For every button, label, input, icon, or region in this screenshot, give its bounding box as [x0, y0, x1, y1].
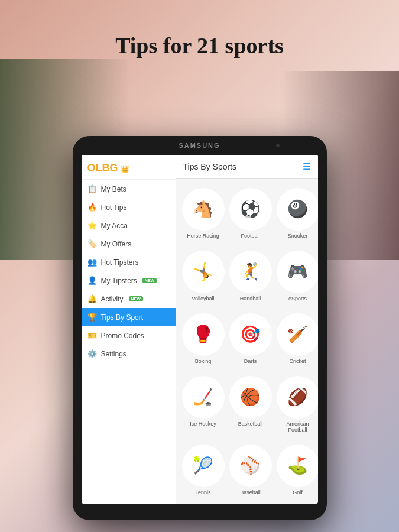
darts-emoji: 🎯	[240, 326, 261, 343]
sidebar-item-hot-tips[interactable]: 🔥Hot Tips	[82, 198, 176, 216]
main-content: Tips By Sports ☰ 🐴Horse Racing⚽Football🎱…	[176, 155, 318, 504]
sidebar-item-my-tipsters[interactable]: 👤My TipstersNEW	[82, 271, 176, 290]
activity-icon: 🔔	[87, 294, 97, 303]
sport-icon-ice-hockey: 🏒	[182, 376, 225, 419]
sport-icon-tennis: 🎾	[182, 445, 225, 487]
camera-dot	[276, 144, 280, 147]
basketball-label: Basketball	[238, 421, 263, 427]
sport-icon-esports: 🎮	[277, 251, 318, 293]
settings-icon: ⚙️	[87, 349, 97, 358]
sidebar-item-my-bets[interactable]: 📋My Bets	[82, 180, 176, 198]
sport-icon-horse-racing: 🐴	[182, 188, 225, 231]
baseball-label: Baseball	[240, 489, 261, 495]
hot-tipsters-icon: 👥	[87, 258, 97, 267]
darts-label: Darts	[244, 358, 257, 364]
sport-cell-tennis[interactable]: 🎾Tennis	[182, 441, 225, 499]
american-football-label: American Football	[277, 421, 318, 433]
sidebar-item-my-acca[interactable]: ⭐My Acca	[82, 216, 176, 235]
sidebar-item-label-my-tipsters: My Tipsters	[101, 277, 137, 285]
sport-icon-darts: 🎯	[229, 313, 272, 356]
volleyball-emoji: 🤸	[193, 264, 213, 280]
sidebar-item-label-hot-tipsters: Hot Tipsters	[101, 258, 139, 267]
esports-label: eSports	[288, 296, 307, 301]
sport-cell-volleyball[interactable]: 🤸Volleyball	[182, 247, 225, 305]
badge-my-tipsters: NEW	[142, 278, 157, 283]
my-bets-icon: 📋	[87, 184, 97, 193]
promo-codes-icon: 🎫	[87, 331, 97, 340]
sidebar-item-activity[interactable]: 🔔ActivityNEW	[82, 290, 176, 308]
sport-cell-horse-racing[interactable]: 🐴Horse Racing	[182, 184, 225, 242]
top-bar: Tips By Sports ☰	[176, 155, 318, 179]
sport-icon-football: ⚽	[229, 188, 272, 231]
sport-icon-snooker: 🎱	[277, 188, 318, 231]
main-header-title: Tips By Sports	[183, 162, 237, 171]
sidebar-item-tips-by-sport[interactable]: 🏆Tips By Sport	[82, 308, 176, 326]
baseball-emoji: ⚾	[240, 458, 261, 474]
golf-label: Golf	[293, 489, 303, 495]
sport-cell-handball[interactable]: 🤾Handball	[229, 247, 272, 305]
sport-icon-baseball: ⚾	[229, 445, 272, 487]
cricket-label: Cricket	[289, 358, 306, 364]
tablet-screen: OLBG 👑 📋My Bets🔥Hot Tips⭐My Acca🏷️My Off…	[82, 155, 318, 504]
hero-title: Tips for 21 sports	[115, 33, 284, 59]
american-football-emoji: 🏈	[287, 389, 308, 406]
sports-grid: 🐴Horse Racing⚽Football🎱Snooker🤸Volleybal…	[176, 179, 318, 504]
handball-label: Handball	[240, 296, 261, 301]
sport-cell-darts[interactable]: 🎯Darts	[229, 310, 272, 368]
sidebar-item-my-offers[interactable]: 🏷️My Offers	[82, 235, 176, 253]
sidebar-item-label-settings: Settings	[101, 350, 126, 358]
tablet-top-bar: SAMSUNG	[73, 136, 327, 155]
logo-crown-icon: 👑	[121, 165, 129, 173]
sidebar-item-label-my-acca: My Acca	[101, 222, 128, 230]
sidebar-item-hot-tipsters[interactable]: 👥Hot Tipsters	[82, 253, 176, 271]
my-tipsters-icon: 👤	[87, 276, 97, 285]
sport-cell-snooker[interactable]: 🎱Snooker	[277, 184, 318, 242]
handball-emoji: 🤾	[240, 264, 261, 280]
sport-cell-cricket[interactable]: 🏏Cricket	[277, 310, 318, 368]
sidebar-item-settings[interactable]: ⚙️Settings	[82, 345, 176, 363]
sport-cell-ice-hockey[interactable]: 🏒Ice Hockey	[182, 372, 225, 436]
sidebar-item-promo-codes[interactable]: 🎫Promo Codes	[82, 326, 176, 345]
sport-cell-baseball[interactable]: ⚾Baseball	[229, 441, 272, 499]
volleyball-label: Volleyball	[192, 296, 214, 301]
sidebar-item-label-my-bets: My Bets	[101, 185, 126, 193]
sport-cell-football[interactable]: ⚽Football	[229, 184, 272, 242]
sidebar-nav: 📋My Bets🔥Hot Tips⭐My Acca🏷️My Offers👥Hot…	[82, 180, 176, 504]
brand-label: SAMSUNG	[179, 142, 220, 149]
basketball-emoji: 🏀	[240, 389, 261, 406]
my-offers-icon: 🏷️	[87, 239, 97, 248]
esports-emoji: 🎮	[287, 264, 308, 280]
sport-cell-golf[interactable]: ⛳Golf	[277, 441, 318, 499]
ice-hockey-emoji: 🏒	[193, 389, 213, 406]
boxing-emoji: 🥊	[193, 326, 213, 343]
sidebar-item-label-my-offers: My Offers	[101, 240, 132, 248]
snooker-label: Snooker	[288, 233, 308, 239]
sport-cell-basketball[interactable]: 🏀Basketball	[229, 372, 272, 436]
hot-tips-icon: 🔥	[87, 203, 97, 212]
golf-emoji: ⛳	[287, 458, 308, 474]
sidebar-item-label-tips-by-sport: Tips By Sport	[101, 313, 144, 322]
tennis-label: Tennis	[195, 489, 210, 495]
badge-activity: NEW	[129, 296, 143, 301]
snooker-emoji: 🎱	[287, 201, 308, 218]
sport-cell-esports[interactable]: 🎮eSports	[277, 247, 318, 305]
sport-cell-american-football[interactable]: 🏈American Football	[277, 372, 318, 436]
tennis-emoji: 🎾	[193, 458, 213, 474]
boxing-label: Boxing	[195, 358, 212, 364]
logo-text: OLBG	[87, 162, 118, 174]
sport-cell-boxing[interactable]: 🥊Boxing	[182, 310, 225, 368]
horse-racing-emoji: 🐴	[193, 201, 213, 218]
football-emoji: ⚽	[240, 201, 261, 218]
sidebar-item-label-activity: Activity	[101, 295, 124, 303]
my-acca-icon: ⭐	[87, 221, 97, 230]
menu-icon[interactable]: ☰	[303, 161, 311, 172]
horse-racing-label: Horse Racing	[187, 233, 219, 239]
football-label: Football	[241, 233, 259, 239]
sidebar-logo-area: OLBG 👑	[82, 155, 176, 180]
sidebar: OLBG 👑 📋My Bets🔥Hot Tips⭐My Acca🏷️My Off…	[82, 155, 176, 504]
tablet-device: SAMSUNG OLBG 👑 📋My Bets🔥Hot Tips⭐My Acca…	[73, 136, 327, 520]
sidebar-item-label-promo-codes: Promo Codes	[101, 332, 144, 340]
sidebar-item-label-hot-tips: Hot Tips	[101, 203, 127, 212]
sport-icon-handball: 🤾	[229, 251, 272, 293]
sport-icon-volleyball: 🤸	[182, 251, 225, 293]
